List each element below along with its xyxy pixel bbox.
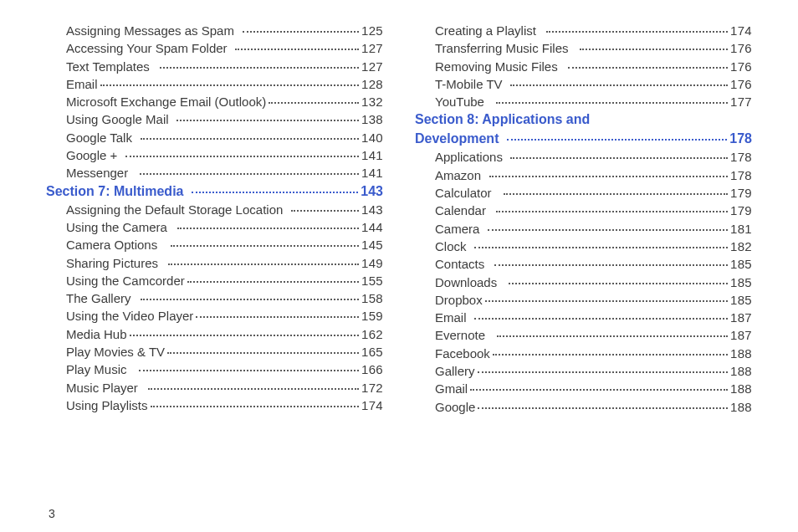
toc-entry[interactable]: Play Movies & TV165 — [46, 345, 383, 359]
toc-entry[interactable]: Evernote187 — [415, 328, 752, 342]
toc-entry[interactable]: Applications178 — [415, 150, 752, 164]
toc-label: Assigning Messages as Spam — [66, 23, 234, 38]
dot-leader — [177, 228, 359, 229]
toc-entry[interactable]: T-Mobile TV176 — [415, 77, 752, 91]
toc-page: 185 — [730, 293, 752, 307]
toc-label: Calculator — [435, 186, 492, 200]
toc-label: Music Player — [66, 381, 138, 395]
toc-page: 158 — [361, 291, 383, 305]
toc-entry[interactable]: Assigning Messages as Spam125 — [46, 23, 383, 38]
toc-label: Accessing Your Spam Folder — [66, 41, 228, 55]
toc-page: 145 — [361, 238, 383, 252]
dot-leader — [140, 173, 359, 175]
toc-entry[interactable]: Using Playlists174 — [46, 398, 383, 412]
toc-label: Amazon — [435, 168, 481, 182]
toc-page: 141 — [361, 166, 383, 180]
toc-entry[interactable]: Google188 — [415, 400, 752, 414]
toc-entry[interactable]: Text Templates127 — [46, 59, 383, 74]
toc-page: 176 — [730, 41, 752, 55]
dot-leader — [507, 139, 727, 141]
toc-entry[interactable]: Gmail188 — [415, 381, 752, 396]
dot-leader — [568, 67, 729, 69]
toc-label: Applications — [435, 150, 503, 164]
toc-entry[interactable]: Accessing Your Spam Folder127 — [46, 41, 383, 55]
toc-entry[interactable]: Microsoft Exchange Email (Outlook)132 — [46, 95, 383, 109]
toc-entry[interactable]: Removing Music Files176 — [415, 59, 752, 74]
dot-leader — [243, 31, 360, 33]
toc-label: Media Hub — [66, 327, 127, 341]
toc-entry[interactable]: Gallery188 — [415, 364, 752, 378]
toc-label: Dropbox — [435, 293, 483, 307]
toc-page: 144 — [361, 220, 383, 234]
right-column: Creating a Playlist174Transferring Music… — [415, 23, 752, 417]
toc-entry[interactable]: The Gallery158 — [46, 291, 383, 305]
toc-entry[interactable]: Contacts185 — [415, 257, 752, 271]
toc-page: 155 — [361, 274, 383, 288]
toc-entry[interactable]: Google +141 — [46, 148, 383, 162]
left-column: Assigning Messages as Spam125Accessing Y… — [46, 23, 383, 417]
toc-label: Messenger — [66, 166, 128, 180]
toc-page: 143 — [361, 202, 383, 217]
toc-entry[interactable]: YouTube177 — [415, 95, 752, 109]
section-heading[interactable]: Section 7: Multimedia143 — [46, 184, 383, 199]
dot-leader — [148, 388, 359, 390]
toc-entry[interactable]: Music Player172 — [46, 381, 383, 395]
toc-label: Microsoft Exchange Email (Outlook) — [66, 95, 266, 109]
toc-entry[interactable]: Calendar179 — [415, 203, 752, 217]
toc-entry[interactable]: Camera Options145 — [46, 238, 383, 252]
toc-label: Creating a Playlist — [435, 23, 536, 38]
toc-entry[interactable]: Media Hub162 — [46, 327, 383, 341]
toc-entry[interactable]: Email128 — [46, 77, 383, 91]
toc-label: Google Talk — [66, 130, 132, 145]
section-heading[interactable]: Development178 — [415, 131, 752, 146]
toc-entry[interactable]: Using the Camera144 — [46, 220, 383, 234]
toc-entry[interactable]: Dropbox185 — [415, 293, 752, 307]
toc-label: Assigning the Default Storage Location — [66, 202, 283, 217]
toc-label: Gmail — [435, 381, 468, 396]
toc-entry[interactable]: Downloads185 — [415, 275, 752, 289]
toc-label: Downloads — [435, 275, 497, 289]
toc-columns: Assigning Messages as Spam125Accessing Y… — [46, 23, 752, 417]
toc-entry[interactable]: Using the Video Player159 — [46, 309, 383, 323]
toc-entry[interactable]: Messenger141 — [46, 166, 383, 180]
toc-page: 188 — [730, 400, 752, 414]
toc-entry[interactable]: Creating a Playlist174 — [415, 23, 752, 38]
dot-leader — [509, 283, 728, 284]
toc-entry[interactable]: Assigning the Default Storage Location14… — [46, 202, 383, 217]
toc-entry[interactable]: Using the Camcorder155 — [46, 274, 383, 288]
toc-entry[interactable]: Amazon178 — [415, 168, 752, 182]
toc-entry[interactable]: Calculator179 — [415, 186, 752, 200]
toc-entry[interactable]: Transferring Music Files176 — [415, 41, 752, 55]
dot-leader — [496, 211, 728, 212]
toc-label: Removing Music Files — [435, 59, 558, 74]
toc-label: T-Mobile TV — [435, 77, 503, 91]
toc-page: 185 — [730, 275, 752, 289]
toc-page: 143 — [361, 184, 383, 199]
toc-page: 140 — [361, 130, 383, 145]
toc-page: 176 — [730, 59, 752, 74]
toc-label: Play Music — [66, 362, 127, 376]
section-heading-line[interactable]: Section 8: Applications and — [415, 112, 752, 127]
toc-label: Email — [66, 77, 98, 91]
toc-page: 188 — [730, 346, 752, 361]
toc-entry[interactable]: Facebook188 — [415, 346, 752, 361]
toc-label: YouTube — [435, 95, 484, 109]
toc-page: 159 — [361, 309, 383, 323]
toc-entry[interactable]: Play Music166 — [46, 362, 383, 376]
toc-entry[interactable]: Google Talk140 — [46, 130, 383, 145]
toc-page: 165 — [361, 345, 383, 359]
dot-leader — [510, 84, 728, 86]
toc-page: 188 — [730, 364, 752, 378]
toc-entry[interactable]: Email187 — [415, 310, 752, 325]
dot-leader — [474, 247, 728, 248]
toc-entry[interactable]: Using Google Mail138 — [46, 112, 383, 126]
toc-entry[interactable]: Clock182 — [415, 239, 752, 253]
dot-leader — [235, 49, 359, 50]
toc-entry[interactable]: Camera181 — [415, 222, 752, 236]
dot-leader — [497, 335, 728, 337]
dot-leader — [171, 245, 359, 247]
toc-page: 166 — [361, 362, 383, 376]
toc-entry[interactable]: Sharing Pictures149 — [46, 256, 383, 270]
toc-label: Using the Camera — [66, 220, 167, 234]
dot-leader — [151, 406, 360, 407]
